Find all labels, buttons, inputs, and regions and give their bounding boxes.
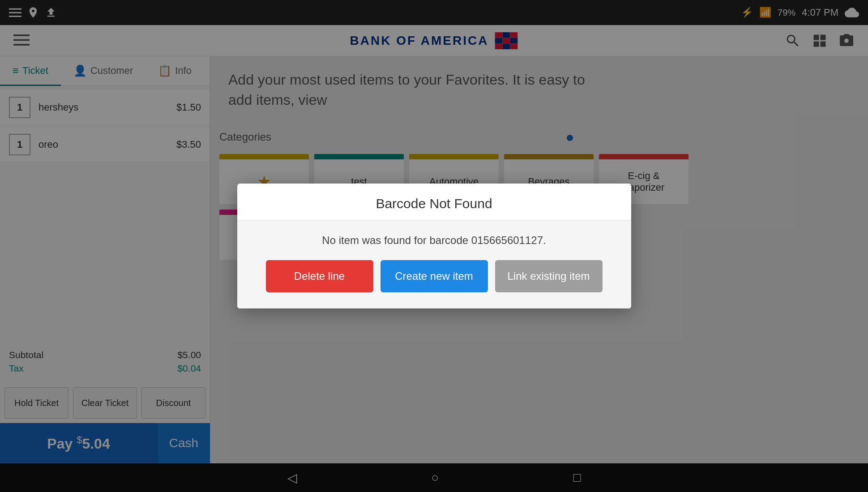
delete-line-button[interactable]: Delete line: [266, 260, 373, 292]
modal-overlay: Barcode Not Found No item was found for …: [0, 0, 868, 492]
modal-header: Barcode Not Found: [237, 184, 631, 221]
modal-buttons: Delete line Create new item Link existin…: [251, 260, 618, 292]
create-new-item-button[interactable]: Create new item: [381, 260, 488, 292]
barcode-not-found-modal: Barcode Not Found No item was found for …: [237, 184, 631, 308]
modal-message: No item was found for barcode 0156656011…: [251, 234, 618, 247]
link-existing-item-button[interactable]: Link existing item: [495, 260, 603, 292]
modal-body: No item was found for barcode 0156656011…: [237, 221, 631, 308]
modal-title: Barcode Not Found: [251, 196, 618, 211]
